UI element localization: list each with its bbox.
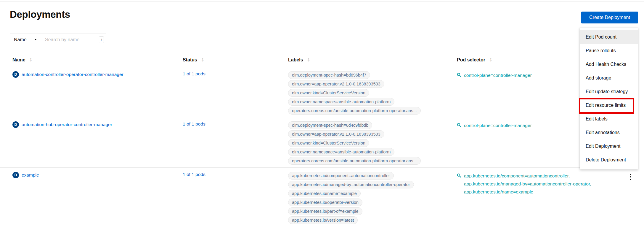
label-chip[interactable]: app.kubernetes.io/part-of=example — [288, 207, 362, 215]
table-row: Dautomation-hub-operator-controller-mana… — [0, 117, 638, 168]
filter-toolbar: Name / — [10, 33, 106, 46]
table-row: Dexample1 of 1 podsapp.kubernetes.io/com… — [0, 168, 638, 227]
pod-selector-cell: control-plane=controller-manager — [457, 71, 532, 79]
pod-selector-link[interactable]: control-plane=controller-manager — [464, 121, 532, 129]
menu-item-edit-pod-count[interactable]: Edit Pod count — [580, 30, 638, 44]
menu-item-edit-labels[interactable]: Edit labels — [580, 112, 638, 126]
pods-status-link[interactable]: 1 of 1 pods — [183, 172, 205, 177]
sort-arrows-icon: ↕ — [201, 57, 205, 63]
pod-selector-cell: app.kubernetes.io/component=automationco… — [457, 172, 591, 196]
deployment-name-link[interactable]: automation-hub-operator-controller-manag… — [22, 122, 112, 127]
column-header-pod-selector[interactable]: Pod selector↕ — [457, 57, 493, 63]
table-header: Name↕Status↕Labels↕Pod selector↕ — [0, 53, 638, 67]
column-header-labels[interactable]: Labels↕ — [288, 57, 310, 63]
search-field: / — [41, 34, 106, 46]
pod-selector-line[interactable]: control-plane=controller-manager — [464, 71, 532, 79]
deployment-resource-icon: D — [12, 121, 19, 128]
column-header-label: Pod selector — [457, 57, 485, 63]
deployment-name-cell: Dexample — [12, 172, 39, 178]
filter-type-dropdown[interactable]: Name — [10, 34, 41, 46]
sort-arrows-icon: ↕ — [29, 57, 33, 63]
label-chip[interactable]: app.kubernetes.io/managed-by=automationc… — [288, 181, 414, 188]
menu-item-edit-resource-limits[interactable]: Edit resource limits — [580, 99, 638, 112]
deployments-page: Deployments Create Deployment Name / Nam… — [0, 0, 644, 227]
kebab-menu-button[interactable] — [628, 173, 633, 181]
pods-status-link[interactable]: 1 of 1 pods — [183, 71, 205, 76]
menu-item-edit-update-strategy[interactable]: Edit update strategy — [580, 85, 638, 99]
search-icon — [457, 123, 461, 128]
column-header-label: Status — [183, 57, 197, 63]
status-cell: 1 of 1 pods — [183, 172, 205, 177]
menu-item-add-storage[interactable]: Add storage — [580, 71, 638, 85]
label-chip[interactable]: olm.owner.kind=ClusterServiceVersion — [288, 89, 369, 97]
label-chip[interactable]: app.kubernetes.io/name=example — [288, 190, 361, 197]
create-deployment-button[interactable]: Create Deployment — [581, 12, 638, 23]
deployment-name-link[interactable]: automation-controller-operator-controlle… — [22, 72, 123, 77]
label-chip[interactable]: app.kubernetes.io/version=latest — [288, 216, 358, 224]
sort-arrows-icon: ↕ — [489, 57, 493, 63]
page-title: Deployments — [10, 9, 70, 20]
menu-item-add-health-checks[interactable]: Add Health Checks — [580, 58, 638, 71]
pod-selector-cell: control-plane=controller-manager — [457, 121, 532, 129]
slash-shortcut-badge: / — [99, 36, 104, 43]
label-chip[interactable]: olm.owner=aap-operator.v2.1.0-0.16383935… — [288, 80, 384, 88]
search-icon — [457, 173, 461, 179]
label-chip[interactable]: olm.owner=aap-operator.v2.1.0-0.16383935… — [288, 130, 384, 138]
actions-dropdown-menu: Edit Pod countPause rolloutsAdd Health C… — [580, 28, 638, 169]
filter-type-label: Name — [14, 37, 27, 42]
label-chip[interactable]: app.kubernetes.io/operator-version — [288, 199, 362, 206]
menu-item-delete-deployment[interactable]: Delete Deployment — [580, 153, 638, 167]
column-header-name[interactable]: Name↕ — [12, 57, 33, 63]
column-header-status[interactable]: Status↕ — [183, 57, 204, 63]
menu-item-edit-deployment[interactable]: Edit Deployment — [580, 139, 638, 153]
status-cell: 1 of 1 pods — [183, 121, 205, 127]
pod-selector-line[interactable]: control-plane=controller-manager — [464, 121, 532, 129]
deployment-name-cell: Dautomation-controller-operator-controll… — [12, 71, 123, 78]
top-divider — [0, 1, 644, 2]
menu-item-edit-annotations[interactable]: Edit annotations — [580, 126, 638, 139]
label-chip[interactable]: olm.owner.namespace=ansible-automation-p… — [288, 98, 394, 106]
labels-cell: app.kubernetes.io/component=automationco… — [288, 172, 414, 225]
label-chip[interactable]: olm.deployment-spec-hash=6d4c9fdbdb — [288, 121, 372, 129]
labels-cell: olm.deployment-spec-hash=6d4c9fdbdbolm.o… — [288, 121, 421, 166]
pod-selector-line[interactable]: app.kubernetes.io/component=automationco… — [464, 172, 591, 180]
deployment-name-cell: Dautomation-hub-operator-controller-mana… — [12, 121, 112, 128]
pod-selector-link[interactable]: app.kubernetes.io/component=automationco… — [464, 172, 591, 196]
label-chip[interactable]: olm.owner.namespace=ansible-automation-p… — [288, 148, 394, 156]
search-input[interactable] — [41, 34, 106, 46]
label-chip[interactable]: app.kubernetes.io/component=automationco… — [288, 172, 394, 180]
table-row: Dautomation-controller-operator-controll… — [0, 67, 638, 117]
pod-selector-line[interactable]: app.kubernetes.io/name=example — [464, 188, 591, 196]
status-cell: 1 of 1 pods — [183, 71, 205, 77]
sort-arrows-icon: ↕ — [307, 57, 311, 63]
deployment-resource-icon: D — [12, 71, 19, 78]
pod-selector-line[interactable]: app.kubernetes.io/managed-by=automationc… — [464, 180, 591, 188]
column-header-label: Name — [12, 57, 25, 63]
label-chip[interactable]: operators.coreos.com/ansible-automation-… — [288, 107, 421, 115]
deployment-resource-icon: D — [12, 172, 19, 178]
pods-status-link[interactable]: 1 of 1 pods — [183, 121, 205, 126]
chevron-down-icon — [34, 39, 37, 42]
pod-selector-link[interactable]: control-plane=controller-manager — [464, 71, 532, 79]
column-header-label: Labels — [288, 57, 303, 63]
search-icon — [457, 73, 461, 78]
menu-item-pause-rollouts[interactable]: Pause rollouts — [580, 44, 638, 58]
labels-cell: olm.deployment-spec-hash=bd696b4f7olm.ow… — [288, 71, 421, 116]
label-chip[interactable]: operators.coreos.com/ansible-automation-… — [288, 157, 421, 165]
deployment-name-link[interactable]: example — [22, 172, 39, 178]
label-chip[interactable]: olm.owner.kind=ClusterServiceVersion — [288, 139, 369, 147]
label-chip[interactable]: olm.deployment-spec-hash=bd696b4f7 — [288, 71, 370, 79]
